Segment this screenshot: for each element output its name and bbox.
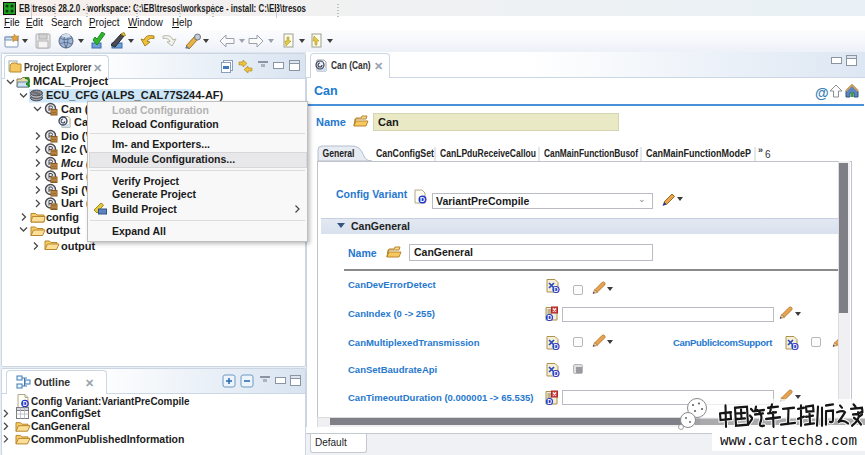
svg-text:»: » — [758, 145, 763, 155]
svg-text:D: D — [23, 400, 28, 407]
svg-text:CanMainFunctionModeP: CanMainFunctionModeP — [646, 147, 751, 159]
svg-text:CanMainFunctionBusof: CanMainFunctionBusof — [544, 147, 638, 159]
svg-text:www.cartech8.com: www.cartech8.com — [720, 433, 857, 450]
svg-text:D: D — [420, 196, 425, 203]
svg-text:CanLPduReceiveCallou: CanLPduReceiveCallou — [440, 147, 536, 159]
svg-text:6: 6 — [765, 149, 771, 160]
svg-text:General: General — [323, 147, 355, 159]
svg-text:CanConfigSet: CanConfigSet — [376, 147, 434, 159]
